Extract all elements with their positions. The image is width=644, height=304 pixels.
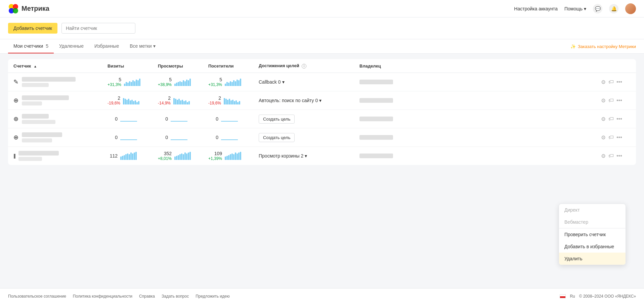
visits-cell: 0 xyxy=(102,128,153,147)
visitors-change: +1,39% xyxy=(208,156,222,161)
visits-num: 0 xyxy=(108,135,118,140)
views-chart xyxy=(171,116,187,122)
plus-circle-icon: ⊕ xyxy=(13,115,18,123)
goal-dropdown[interactable]: Callback 0 ▾ xyxy=(259,79,349,85)
col-header-visits: Визиты xyxy=(102,59,153,73)
col-header-views: Просмотры xyxy=(153,59,203,73)
tab-deleted[interactable]: Удаленные xyxy=(54,39,89,53)
footer-right: Ru © 2008–2024 ООО «ЯНДЕКС» xyxy=(560,294,636,299)
lang-label[interactable]: Ru xyxy=(570,294,575,299)
chevron-down-icon: ▾ xyxy=(153,43,156,49)
views-cell: 5 +38,9% xyxy=(153,73,203,91)
tab-favorites[interactable]: Избранные xyxy=(89,39,124,53)
views-change: -14,9% xyxy=(158,101,171,105)
views-chart xyxy=(174,78,191,86)
footer-link-idea[interactable]: Предложить идею xyxy=(196,294,230,299)
create-goal-button[interactable]: Создать цель xyxy=(259,133,295,142)
tab-my-counters[interactable]: Мои счетчики 5 xyxy=(8,39,54,53)
visits-cell: 5 +31,3% xyxy=(102,73,153,91)
owner-name-blurred xyxy=(359,80,393,84)
goal-dropdown[interactable]: Просмотр корзины 2 ▾ xyxy=(259,153,349,159)
visits-num: 5 xyxy=(108,77,121,82)
menu-item-add-favorites-label: Добавить в избранные xyxy=(564,244,614,249)
bars-icon: ||| xyxy=(13,153,15,159)
visits-num: 112 xyxy=(108,153,118,159)
settings-icon[interactable]: ⚙ xyxy=(601,97,606,104)
goal-count: 0 xyxy=(278,79,281,85)
create-goal-button[interactable]: Создать цель xyxy=(259,115,295,124)
more-icon[interactable]: ••• xyxy=(616,153,622,159)
menu-item-webmaster-label: Вебмастер xyxy=(564,219,588,225)
logo-icon xyxy=(8,3,19,14)
visits-chart xyxy=(120,152,137,160)
tab-all-tags[interactable]: Все метки ▾ xyxy=(124,39,161,53)
visits-chart xyxy=(120,135,137,140)
tag-icon[interactable]: 🏷 xyxy=(608,153,614,159)
pencil-icon: ✎ xyxy=(13,78,18,86)
col-header-counter[interactable]: Счетчик ▲ xyxy=(8,59,102,73)
tag-icon[interactable]: 🏷 xyxy=(608,134,614,140)
copyright-label: © 2008–2024 ООО «ЯНДЕКС» xyxy=(579,294,636,299)
account-settings-link[interactable]: Настройка аккаунта xyxy=(514,6,558,11)
goals-info-icon[interactable]: i xyxy=(302,64,306,69)
messages-icon[interactable]: 💬 xyxy=(593,4,602,13)
app-title: Метрика xyxy=(22,5,49,12)
owner-name-blurred xyxy=(359,98,393,103)
settings-icon[interactable]: ⚙ xyxy=(601,134,606,141)
help-button[interactable]: Помощь ▾ xyxy=(564,6,586,11)
visitors-cell: 2 -19,6% xyxy=(203,91,253,110)
footer-link-privacy[interactable]: Политика конфиденциальности xyxy=(73,294,132,299)
notifications-icon[interactable]: 🔔 xyxy=(609,4,618,13)
owner-cell xyxy=(354,110,596,128)
counters-table-wrap: Счетчик ▲ Визиты Просмотры Посетители До… xyxy=(8,59,636,165)
more-icon[interactable]: ••• xyxy=(616,134,622,140)
visitors-chart xyxy=(225,152,241,160)
menu-item-delete-label: Удалить xyxy=(564,256,582,261)
plus-circle-icon: ⊕ xyxy=(13,97,18,104)
owner-name-blurred xyxy=(359,117,393,121)
settings-icon[interactable]: ⚙ xyxy=(601,79,606,85)
tag-icon[interactable]: 🏷 xyxy=(608,116,614,122)
visitors-num: 2 xyxy=(208,95,221,101)
views-change: +38,9% xyxy=(158,82,172,87)
chevron-down-icon: ▾ xyxy=(319,98,321,103)
chevron-down-icon: ▾ xyxy=(282,79,285,85)
footer-link-help[interactable]: Справка xyxy=(139,294,155,299)
search-input[interactable] xyxy=(61,23,135,34)
add-counter-button[interactable]: Добавить счетчик xyxy=(8,23,57,34)
footer-link-agreement[interactable]: Пользовательское соглашение xyxy=(8,294,66,299)
menu-item-check[interactable]: Проверить счетчик xyxy=(559,228,626,241)
tab-favorites-label: Избранные xyxy=(94,43,119,49)
menu-item-add-favorites[interactable]: Добавить в избранные xyxy=(559,241,626,253)
footer-link-ask[interactable]: Задать вопрос xyxy=(162,294,189,299)
counter-cell: ⊕ xyxy=(8,91,102,110)
owner-label: Владелец xyxy=(359,63,381,69)
goals-cell: Автоцель: поиск по сайту 0 ▾ xyxy=(253,91,354,110)
counter-name xyxy=(22,114,55,124)
counter-name xyxy=(22,77,76,87)
views-num: 352 xyxy=(158,151,172,156)
visitors-chart xyxy=(224,96,240,104)
order-settings-link[interactable]: ✨ Заказать настройку Метрики xyxy=(570,44,636,49)
goal-count: 2 xyxy=(301,153,304,159)
more-icon[interactable]: ••• xyxy=(616,79,622,85)
more-icon[interactable]: ••• xyxy=(616,97,622,103)
goal-name: Просмотр корзины xyxy=(259,153,300,159)
visits-chart xyxy=(123,96,139,104)
visitors-num: 109 xyxy=(208,151,222,156)
avatar[interactable] xyxy=(625,3,636,14)
more-icon[interactable]: ••• xyxy=(616,116,622,122)
views-cell: 352 +8,01% xyxy=(153,147,203,165)
views-num: 5 xyxy=(158,77,172,82)
row-actions: ⚙ 🏷 ••• xyxy=(596,147,636,165)
star-icon: ✨ xyxy=(570,44,576,49)
menu-item-delete[interactable]: Удалить xyxy=(559,253,626,265)
settings-icon[interactable]: ⚙ xyxy=(601,153,606,159)
row-actions: ⚙ 🏷 ••• xyxy=(596,91,636,110)
menu-item-direct: Директ xyxy=(559,204,626,216)
counter-name-blurred xyxy=(22,114,49,119)
settings-icon[interactable]: ⚙ xyxy=(601,116,606,122)
goal-dropdown[interactable]: Автоцель: поиск по сайту 0 ▾ xyxy=(259,98,349,103)
tag-icon[interactable]: 🏷 xyxy=(608,97,614,103)
tag-icon[interactable]: 🏷 xyxy=(608,79,614,85)
